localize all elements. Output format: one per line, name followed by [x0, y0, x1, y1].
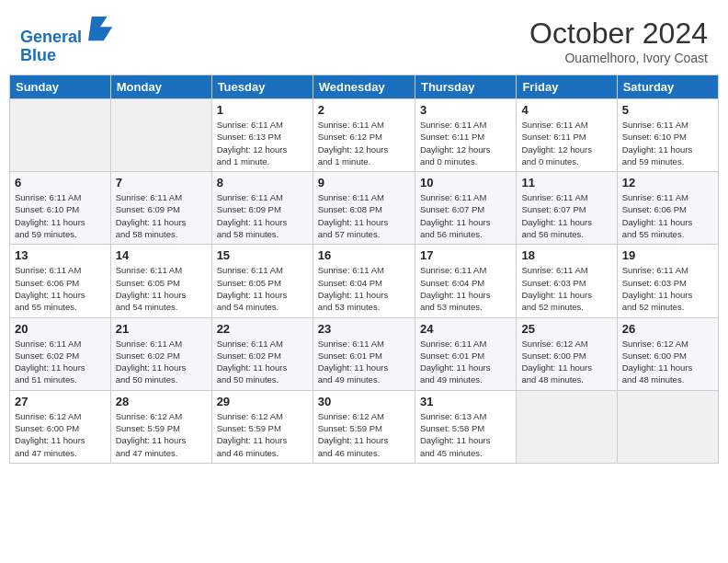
calendar-cell [517, 390, 617, 463]
day-number: 30 [318, 395, 410, 408]
day-info: Sunrise: 6:12 AM Sunset: 6:00 PM Dayligh… [15, 410, 106, 459]
day-info: Sunrise: 6:12 AM Sunset: 5:59 PM Dayligh… [116, 410, 207, 459]
calendar-cell: 3Sunrise: 6:11 AM Sunset: 6:11 PM Daylig… [415, 99, 516, 172]
calendar-cell: 18Sunrise: 6:11 AM Sunset: 6:03 PM Dayli… [517, 245, 617, 317]
day-number: 13 [15, 248, 106, 262]
calendar-cell: 24Sunrise: 6:11 AM Sunset: 6:01 PM Dayli… [415, 317, 516, 390]
day-info: Sunrise: 6:11 AM Sunset: 6:01 PM Dayligh… [420, 338, 511, 386]
day-number: 24 [420, 322, 511, 336]
calendar-cell [10, 99, 111, 172]
day-number: 7 [116, 176, 207, 190]
day-info: Sunrise: 6:12 AM Sunset: 5:59 PM Dayligh… [318, 410, 410, 459]
day-info: Sunrise: 6:11 AM Sunset: 6:13 PM Dayligh… [217, 119, 308, 167]
calendar-cell: 22Sunrise: 6:11 AM Sunset: 6:02 PM Dayli… [211, 317, 313, 390]
day-info: Sunrise: 6:11 AM Sunset: 6:05 PM Dayligh… [116, 264, 207, 313]
day-number: 1 [217, 103, 308, 117]
calendar-cell: 13Sunrise: 6:11 AM Sunset: 6:06 PM Dayli… [10, 245, 111, 317]
day-number: 8 [217, 176, 308, 190]
day-number: 2 [318, 103, 410, 117]
calendar-cell: 26Sunrise: 6:12 AM Sunset: 6:00 PM Dayli… [617, 317, 718, 390]
day-info: Sunrise: 6:12 AM Sunset: 6:00 PM Dayligh… [521, 338, 611, 386]
day-number: 25 [521, 322, 611, 336]
calendar-cell: 11Sunrise: 6:11 AM Sunset: 6:07 PM Dayli… [517, 172, 617, 245]
day-info: Sunrise: 6:11 AM Sunset: 6:11 PM Dayligh… [420, 119, 511, 167]
day-number: 18 [521, 248, 611, 262]
day-number: 19 [622, 248, 713, 262]
day-info: Sunrise: 6:11 AM Sunset: 6:02 PM Dayligh… [15, 338, 106, 386]
day-number: 22 [217, 322, 308, 336]
calendar-cell: 19Sunrise: 6:11 AM Sunset: 6:03 PM Dayli… [617, 245, 718, 317]
calendar-cell: 31Sunrise: 6:13 AM Sunset: 5:58 PM Dayli… [415, 390, 516, 463]
day-info: Sunrise: 6:11 AM Sunset: 6:03 PM Dayligh… [521, 264, 611, 313]
day-info: Sunrise: 6:11 AM Sunset: 6:07 PM Dayligh… [521, 191, 611, 240]
calendar-cell [617, 390, 718, 463]
calendar-cell [110, 99, 211, 172]
day-info: Sunrise: 6:11 AM Sunset: 6:10 PM Dayligh… [622, 119, 713, 167]
day-info: Sunrise: 6:12 AM Sunset: 5:59 PM Dayligh… [217, 410, 308, 459]
calendar-week-row: 13Sunrise: 6:11 AM Sunset: 6:06 PM Dayli… [10, 245, 719, 317]
calendar-cell: 14Sunrise: 6:11 AM Sunset: 6:05 PM Dayli… [110, 245, 211, 317]
calendar-cell: 16Sunrise: 6:11 AM Sunset: 6:04 PM Dayli… [313, 245, 415, 317]
day-info: Sunrise: 6:11 AM Sunset: 6:07 PM Dayligh… [420, 191, 511, 240]
day-number: 15 [217, 248, 308, 262]
calendar-week-row: 27Sunrise: 6:12 AM Sunset: 6:00 PM Dayli… [10, 390, 719, 463]
title-block: October 2024 Ouamelhoro, Ivory Coast [529, 17, 708, 65]
day-info: Sunrise: 6:11 AM Sunset: 6:01 PM Dayligh… [318, 338, 410, 386]
logo-icon [88, 17, 114, 42]
calendar-cell: 17Sunrise: 6:11 AM Sunset: 6:04 PM Dayli… [415, 245, 516, 317]
calendar-cell: 5Sunrise: 6:11 AM Sunset: 6:10 PM Daylig… [617, 99, 718, 172]
calendar-cell: 27Sunrise: 6:12 AM Sunset: 6:00 PM Dayli… [10, 390, 111, 463]
calendar-cell: 2Sunrise: 6:11 AM Sunset: 6:12 PM Daylig… [313, 99, 415, 172]
month-title: October 2024 [529, 17, 708, 51]
calendar-cell: 6Sunrise: 6:11 AM Sunset: 6:10 PM Daylig… [10, 172, 111, 245]
weekday-header: Thursday [415, 75, 516, 99]
day-info: Sunrise: 6:11 AM Sunset: 6:09 PM Dayligh… [116, 191, 207, 240]
calendar-cell: 9Sunrise: 6:11 AM Sunset: 6:08 PM Daylig… [313, 172, 415, 245]
day-info: Sunrise: 6:11 AM Sunset: 6:12 PM Dayligh… [318, 119, 410, 167]
day-number: 31 [420, 395, 511, 408]
day-number: 5 [622, 103, 713, 117]
day-info: Sunrise: 6:13 AM Sunset: 5:58 PM Dayligh… [420, 410, 511, 459]
location-subtitle: Ouamelhoro, Ivory Coast [529, 51, 708, 65]
day-number: 10 [420, 176, 511, 190]
calendar-cell: 20Sunrise: 6:11 AM Sunset: 6:02 PM Dayli… [10, 317, 111, 390]
day-info: Sunrise: 6:11 AM Sunset: 6:02 PM Dayligh… [217, 338, 308, 386]
day-info: Sunrise: 6:11 AM Sunset: 6:06 PM Dayligh… [622, 191, 713, 240]
day-number: 9 [318, 176, 410, 190]
calendar-cell: 21Sunrise: 6:11 AM Sunset: 6:02 PM Dayli… [110, 317, 211, 390]
logo-blue: Blue [20, 46, 56, 64]
calendar-cell: 12Sunrise: 6:11 AM Sunset: 6:06 PM Dayli… [617, 172, 718, 245]
day-info: Sunrise: 6:11 AM Sunset: 6:10 PM Dayligh… [15, 191, 106, 240]
calendar-cell: 29Sunrise: 6:12 AM Sunset: 5:59 PM Dayli… [211, 390, 313, 463]
day-number: 28 [116, 395, 207, 408]
day-info: Sunrise: 6:11 AM Sunset: 6:05 PM Dayligh… [217, 264, 308, 313]
calendar-cell: 1Sunrise: 6:11 AM Sunset: 6:13 PM Daylig… [211, 99, 313, 172]
day-number: 11 [521, 176, 611, 190]
day-number: 17 [420, 248, 511, 262]
calendar-cell: 7Sunrise: 6:11 AM Sunset: 6:09 PM Daylig… [110, 172, 211, 245]
day-number: 21 [116, 322, 207, 336]
day-info: Sunrise: 6:11 AM Sunset: 6:09 PM Dayligh… [217, 191, 308, 240]
logo: General Blue [20, 17, 114, 65]
day-number: 12 [622, 176, 713, 190]
weekday-header: Sunday [10, 75, 111, 99]
day-number: 27 [15, 395, 106, 408]
calendar-week-row: 6Sunrise: 6:11 AM Sunset: 6:10 PM Daylig… [10, 172, 719, 245]
day-number: 4 [521, 103, 611, 117]
day-number: 3 [420, 103, 511, 117]
calendar-header-row: SundayMondayTuesdayWednesdayThursdayFrid… [10, 75, 719, 99]
day-number: 23 [318, 322, 410, 336]
day-number: 6 [15, 176, 106, 190]
day-number: 16 [318, 248, 410, 262]
day-info: Sunrise: 6:11 AM Sunset: 6:08 PM Dayligh… [318, 191, 410, 240]
day-number: 29 [217, 395, 308, 408]
day-info: Sunrise: 6:11 AM Sunset: 6:02 PM Dayligh… [116, 338, 207, 386]
day-info: Sunrise: 6:11 AM Sunset: 6:06 PM Dayligh… [15, 264, 106, 313]
weekday-header: Saturday [617, 75, 718, 99]
weekday-header: Monday [110, 75, 211, 99]
day-number: 20 [15, 322, 106, 336]
calendar-cell: 10Sunrise: 6:11 AM Sunset: 6:07 PM Dayli… [415, 172, 516, 245]
day-info: Sunrise: 6:12 AM Sunset: 6:00 PM Dayligh… [622, 338, 713, 386]
calendar-cell: 15Sunrise: 6:11 AM Sunset: 6:05 PM Dayli… [211, 245, 313, 317]
calendar-cell: 4Sunrise: 6:11 AM Sunset: 6:11 PM Daylig… [517, 99, 617, 172]
